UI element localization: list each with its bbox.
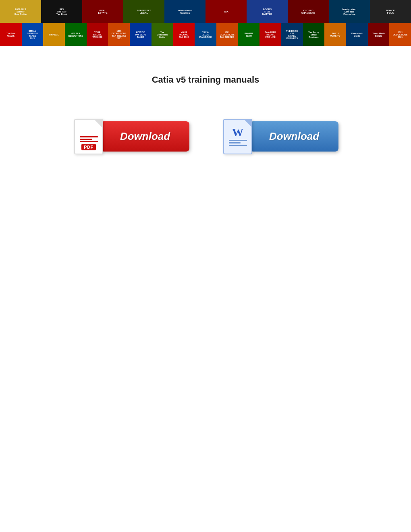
word-icon: W — [223, 119, 252, 154]
word-line-2 — [229, 142, 241, 143]
banner-book: TOP10WAYS TO — [324, 23, 346, 46]
banner-book: TAX-FREEINCOMEFOR LIFE — [259, 23, 281, 46]
pdf-icon: PDF — [74, 119, 103, 154]
page-content: Catia v5 training manuals PDF Download — [0, 46, 411, 172]
pdf-download-group: PDF Download — [73, 117, 189, 156]
pdf-line-3 — [80, 141, 98, 142]
banner-book: 475 TAXDEDUCTIONS — [65, 23, 87, 46]
pdf-line-2 — [80, 139, 93, 140]
pdf-icon-lines — [80, 136, 98, 142]
banner-book: FINANCE — [43, 23, 65, 46]
banner-book: CLOSEDCHAMBERS — [288, 0, 329, 23]
word-line-1 — [229, 140, 247, 141]
banner-book: PERFECTLYLEGAL — [123, 0, 164, 23]
banner-book: TaxDeductionGuide — [152, 23, 173, 46]
pdf-download-button[interactable]: Download — [101, 121, 189, 152]
banner-book: 1001DEDUCTIONSTAX BREAKS2015 — [108, 23, 130, 46]
banner-book: TAX — [206, 0, 247, 23]
banner-book: SMALLBUSINESSTAXES2021 — [22, 23, 44, 46]
banner-book: InternationalTaxation — [164, 0, 206, 23]
banner-row-1: 2009 GLSMasterBuy Guide IRSThe FairTax B… — [0, 0, 411, 23]
banner-book: THE BOOKONSMALLBUSINESS — [281, 23, 303, 46]
page-title: Catia v5 training manuals — [152, 75, 259, 85]
word-line-3 — [229, 145, 247, 146]
banner-book: YOURINCOMETAX 2020 — [87, 23, 108, 46]
banner-strip: 2009 GLSMasterBuy Guide IRSThe FairTax B… — [0, 0, 411, 46]
banner-book: Taxes MadeSimple — [368, 23, 390, 46]
banner-book: BOOKSTHATMATTER — [247, 0, 288, 23]
banner-book: BOYCEFOLK — [370, 0, 411, 23]
word-download-group: W Download — [222, 117, 338, 156]
download-row: PDF Download W Download — [8, 117, 403, 156]
word-icon-wrap: W — [222, 117, 254, 156]
word-icon-lines — [229, 140, 247, 146]
banner-book: HOW TOPAY ZEROTAXES — [130, 23, 152, 46]
pdf-icon-wrap: PDF — [73, 117, 105, 156]
banner-row-2: Tax FreeWealth SMALLBUSINESSTAXES2021 FI… — [0, 23, 411, 46]
banner-book: 1001DEDUCTIONSTAX BREAKS — [216, 23, 238, 46]
pdf-line-1 — [80, 136, 98, 137]
banner-book: Tax FreeWealth — [0, 23, 22, 46]
banner-book: Tax SavvySmallBusiness — [303, 23, 325, 46]
pdf-badge: PDF — [81, 144, 96, 150]
banner-book: IRSThe FairTax Book — [41, 0, 82, 23]
banner-book: 1001DEDUCTIONS2021 — [389, 23, 411, 46]
banner-book: REALESTATE — [82, 0, 123, 23]
banner-book: YOURINCOMETAX 2020 — [173, 23, 195, 46]
word-icon-letter: W — [232, 127, 243, 138]
banner-book: 2009 GLSMasterBuy Guide — [0, 0, 41, 23]
word-download-button[interactable]: Download — [250, 121, 338, 152]
banner-book: POWERZERO — [238, 23, 260, 46]
banner-book: Executor'sGuide — [346, 23, 368, 46]
banner-book: ImmigrationLaw andProcedure — [329, 0, 370, 23]
banner-book: TAX &LEGALPLAYBOOK — [195, 23, 216, 46]
